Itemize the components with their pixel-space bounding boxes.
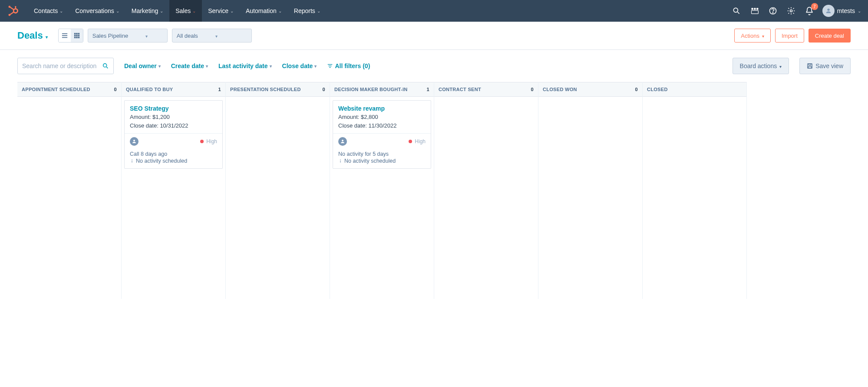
filter-icon [327,63,333,69]
svg-rect-19 [62,37,67,38]
help-icon[interactable] [768,6,778,16]
column-body[interactable] [17,97,121,102]
save-view-button[interactable]: Save view [799,58,851,74]
search-box[interactable] [17,58,114,74]
svg-rect-36 [809,66,812,68]
svg-point-41 [340,160,341,161]
column-header: DECISION MAKER BOUGHT-IN1 [330,82,434,97]
nav-right: 7 mtests ⌄ [731,5,861,17]
board-view-button[interactable] [71,29,83,42]
priority-badge: High [200,138,217,144]
board-column: DECISION MAKER BOUGHT-IN1Website revampA… [330,82,434,299]
column-body[interactable] [643,97,746,102]
column-title: CONTRACT SENT [439,87,481,92]
filter-deal-owner[interactable]: Deal owner [124,62,161,69]
notifications-icon[interactable]: 7 [804,6,815,16]
priority-dot-icon [409,140,412,143]
caret-down-icon [158,64,161,69]
svg-rect-17 [62,33,67,34]
settings-icon[interactable] [786,6,796,16]
column-title: CLOSED [647,87,668,92]
column-body[interactable]: SEO StrategyAmount: $1,200Close date: 10… [122,97,225,175]
deal-close-date: Close date: 10/31/2022 [130,121,217,130]
svg-line-8 [737,12,739,14]
column-title: QUALIFIED TO BUY [126,87,173,92]
all-filters-button[interactable]: All filters (0) [327,62,370,69]
warning-icon [130,159,134,163]
column-header: CLOSED [643,82,746,97]
deal-name[interactable]: SEO Strategy [130,105,217,112]
column-count: 1 [218,87,221,92]
actions-button[interactable]: Actions [734,29,771,43]
toolbar: Deals Sales Pipeline All deals Actions I… [0,22,868,50]
hubspot-logo[interactable] [7,5,19,17]
svg-point-14 [772,13,773,13]
view-filter-dropdown[interactable]: All deals [172,29,252,43]
nav-service[interactable]: Service⌄ [202,0,240,22]
page-title-dropdown[interactable]: Deals [17,30,48,41]
column-body[interactable] [226,97,330,102]
svg-point-40 [342,140,343,141]
deal-amount: Amount: $1,200 [130,113,217,121]
save-icon [807,63,813,69]
import-button[interactable]: Import [775,29,804,43]
priority-badge: High [409,138,426,144]
marketplace-icon[interactable] [749,6,760,16]
search-input[interactable] [22,62,102,69]
deal-close-date: Close date: 11/30/2022 [338,121,426,130]
svg-line-30 [106,67,108,68]
column-title: PRESENTATION SCHEDULED [230,87,301,92]
column-body[interactable] [434,97,538,102]
caret-down-icon [145,33,148,39]
warning-icon [338,159,343,163]
user-menu[interactable]: mtests ⌄ [822,5,861,17]
column-body[interactable] [538,97,642,102]
filter-bar: Deal owner Create date Last activity dat… [0,50,868,82]
nav-contacts[interactable]: Contacts⌄ [28,0,69,22]
nav-reports[interactable]: Reports⌄ [288,0,327,22]
column-title: APPOINTMENT SCHEDULED [22,87,90,92]
caret-down-icon [206,64,208,69]
nav-conversations[interactable]: Conversations⌄ [69,0,125,22]
deal-amount: Amount: $2,800 [338,113,426,121]
filter-close-date[interactable]: Close date [282,62,317,69]
svg-point-29 [103,64,107,67]
top-nav: Contacts⌄ Conversations⌄ Marketing⌄ Sale… [0,0,868,22]
nav-sales[interactable]: Sales⌄ [169,0,202,22]
notification-badge: 7 [811,3,818,10]
board-actions-button[interactable]: Board actions [733,58,789,74]
deal-card[interactable]: Website revampAmount: $2,800Close date: … [333,100,431,169]
deal-name[interactable]: Website revamp [338,105,426,112]
svg-rect-11 [756,8,758,10]
svg-line-4 [10,7,14,10]
search-icon [102,62,109,69]
pipeline-dropdown[interactable]: Sales Pipeline [88,29,168,43]
deal-activity: No activity for 5 days [338,151,426,157]
create-deal-button[interactable]: Create deal [809,29,851,43]
svg-rect-10 [754,8,756,10]
svg-rect-22 [78,33,79,35]
svg-rect-21 [76,33,78,35]
caret-down-icon [762,33,764,39]
search-icon[interactable] [731,6,742,16]
list-view-button[interactable] [59,29,71,42]
column-header: QUALIFIED TO BUY1 [122,82,225,97]
svg-rect-28 [78,37,79,39]
svg-rect-24 [76,35,78,36]
column-header: APPOINTMENT SCHEDULED0 [17,82,121,97]
avatar-icon [822,5,835,17]
deal-card[interactable]: SEO StrategyAmount: $1,200Close date: 10… [124,100,223,169]
svg-rect-23 [74,35,76,36]
column-title: CLOSED WON [543,87,577,92]
svg-rect-42 [340,161,341,162]
column-title: DECISION MAKER BOUGHT-IN [334,87,408,92]
filter-last-activity[interactable]: Last activity date [218,62,272,69]
column-header: CLOSED WON0 [538,82,642,97]
column-body[interactable]: Website revampAmount: $2,800Close date: … [330,97,434,175]
view-toggle [58,29,83,43]
nav-marketing[interactable]: Marketing⌄ [125,0,169,22]
filter-create-date[interactable]: Create date [171,62,208,69]
nav-automation[interactable]: Automation⌄ [240,0,288,22]
contact-icon [338,137,347,146]
column-count: 1 [427,87,429,92]
